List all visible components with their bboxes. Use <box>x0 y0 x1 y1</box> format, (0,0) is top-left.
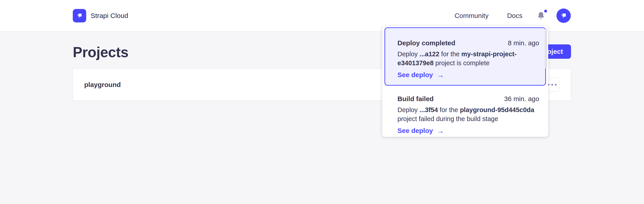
strapi-logo-icon <box>73 9 86 23</box>
notifications-dropdown: Deploy completed 8 min. ago Deploy ...a1… <box>382 26 548 137</box>
user-avatar[interactable] <box>556 9 571 23</box>
see-deploy-label: See deploy <box>398 127 433 134</box>
arrow-right-icon: → <box>436 127 444 134</box>
nav-link-community[interactable]: Community <box>454 12 488 20</box>
page-title: Projects <box>73 44 128 61</box>
brand-name: Strapi Cloud <box>91 12 128 20</box>
see-deploy-link[interactable]: See deploy → <box>398 71 444 79</box>
notification-item-deploy-completed[interactable]: Deploy completed 8 min. ago Deploy ...a1… <box>384 27 546 86</box>
notification-body: Deploy ...3f54 for the playground-95d445… <box>398 105 539 123</box>
app-header: Strapi Cloud Community Docs <box>0 0 644 31</box>
bell-icon <box>537 12 545 20</box>
notification-item-build-failed[interactable]: Build failed 36 min. ago Deploy ...3f54 … <box>382 86 548 134</box>
see-deploy-label: See deploy <box>398 71 433 79</box>
notification-timestamp: 36 min. ago <box>504 95 539 103</box>
nav-link-docs[interactable]: Docs <box>507 12 522 20</box>
notification-timestamp: 8 min. ago <box>508 39 539 47</box>
scrollbar-thumb[interactable] <box>545 28 547 68</box>
notification-header: Deploy completed 8 min. ago <box>398 39 539 47</box>
notification-title: Build failed <box>398 95 434 103</box>
see-deploy-link[interactable]: See deploy → <box>398 127 444 134</box>
strapi-mark-icon <box>75 12 84 20</box>
unread-dot-icon <box>544 10 547 13</box>
project-name: playground <box>84 81 121 89</box>
brand[interactable]: Strapi Cloud <box>73 9 128 23</box>
notification-body: Deploy ...a122 for the my-strapi-project… <box>398 50 539 68</box>
notification-header: Build failed 36 min. ago <box>398 95 539 103</box>
notification-title: Deploy completed <box>398 39 455 47</box>
strapi-avatar-icon <box>559 11 568 20</box>
notifications-button[interactable] <box>537 12 545 20</box>
arrow-right-icon: → <box>436 71 444 79</box>
